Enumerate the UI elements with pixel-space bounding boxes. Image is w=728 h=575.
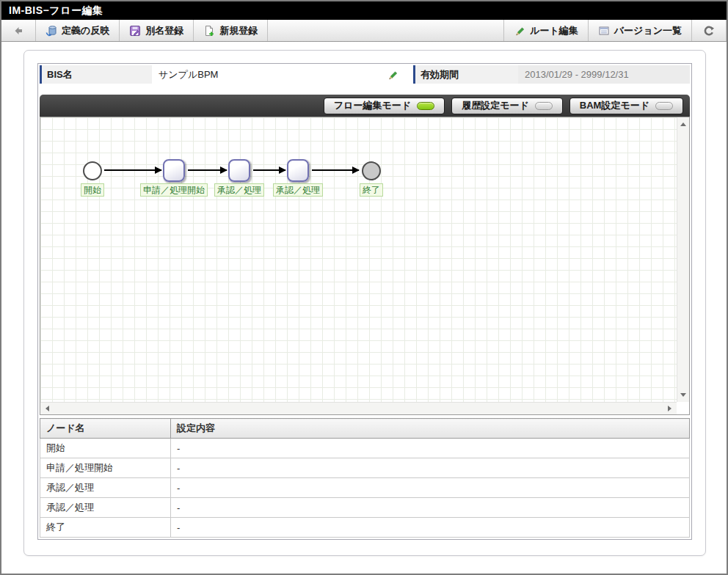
form-gap — [406, 65, 413, 84]
flow-node-task[interactable] — [287, 159, 309, 182]
column-header-node-name: ノード名 — [40, 419, 171, 439]
node-settings-table: ノード名 設定内容 開始 - 申請／処理開始 - 承認／処理 - — [40, 418, 690, 538]
back-arrow-icon — [12, 25, 24, 37]
bam-setting-mode-button[interactable]: BAM設定モード — [569, 98, 683, 114]
table-row[interactable]: 承認／処理 - — [40, 498, 690, 518]
title-bar: IM-BIS−フロー編集 — [1, 1, 727, 20]
scrollbar-corner — [677, 402, 689, 414]
flow-node-start[interactable] — [83, 161, 102, 180]
led-indicator-on-icon — [417, 102, 434, 110]
page-title: IM-BIS−フロー編集 — [9, 4, 103, 16]
apply-definition-button[interactable]: 定義の反映 — [36, 20, 120, 41]
main-panel: BIS名 サンプルBPM 有効期間 2013/01/29 - 2999/12/3… — [23, 50, 706, 556]
vertical-scrollbar[interactable] — [677, 117, 689, 402]
table-row[interactable]: 開始 - — [40, 439, 690, 458]
settings-cell: - — [171, 478, 690, 498]
app-window: IM-BIS−フロー編集 定義の反映 — [0, 0, 728, 575]
table-row[interactable]: 申請／処理開始 - — [40, 458, 690, 478]
flow-node-task[interactable] — [228, 159, 250, 182]
pencil-icon — [514, 25, 525, 37]
led-indicator-off-icon — [655, 102, 673, 110]
definition-header-row: BIS名 サンプルBPM 有効期間 2013/01/29 - 2999/12/3… — [40, 65, 690, 84]
settings-cell: - — [171, 498, 690, 518]
content-frame: BIS名 サンプルBPM 有効期間 2013/01/29 - 2999/12/3… — [37, 63, 692, 540]
flow-arrow — [312, 169, 359, 171]
toolbar: 定義の反映 別名登録 新規登録 — [1, 20, 727, 42]
flow-arrow — [253, 169, 285, 171]
flow-node-end[interactable] — [362, 161, 381, 180]
refresh-icon — [703, 25, 715, 37]
database-sync-icon — [46, 25, 57, 37]
toolbar-button-label: ルート編集 — [530, 24, 578, 37]
flow-canvas[interactable]: 開始 申請／処理開始 承認／処理 承認／処理 終了 — [40, 117, 677, 402]
flow-canvas-container: 開始 申請／処理開始 承認／処理 承認／処理 終了 — [40, 117, 690, 415]
list-icon — [598, 25, 610, 37]
flow-arrow — [104, 169, 161, 171]
flow-node-label: 承認／処理 — [214, 183, 264, 197]
document-add-icon — [203, 25, 215, 37]
node-name-cell: 承認／処理 — [40, 498, 171, 518]
horizontal-scrollbar[interactable] — [40, 402, 677, 414]
alias-register-button[interactable]: 別名登録 — [120, 20, 194, 41]
node-name-cell: 開始 — [40, 439, 171, 458]
toolbar-button-label: 新規登録 — [219, 24, 258, 37]
node-name-cell: 申請／処理開始 — [40, 458, 171, 478]
flow-arrow — [188, 169, 227, 171]
toolbar-button-label: バージョン一覧 — [614, 24, 682, 37]
toolbar-button-label: 定義の反映 — [62, 24, 109, 37]
toolbar-spacer — [268, 20, 503, 41]
table-row[interactable]: 承認／処理 - — [40, 478, 690, 498]
flow-edit-mode-button[interactable]: フロー編集モード — [324, 98, 445, 114]
toolbar-button-label: 別名登録 — [145, 24, 183, 37]
settings-cell: - — [171, 518, 690, 538]
mode-button-label: フロー編集モード — [334, 99, 411, 112]
led-indicator-off-icon — [535, 102, 553, 110]
valid-period-value: 2013/01/29 - 2999/12/31 — [518, 65, 690, 84]
table-header-row: ノード名 設定内容 — [40, 419, 690, 439]
scroll-up-icon[interactable] — [680, 122, 686, 126]
new-register-button[interactable]: 新規登録 — [194, 20, 268, 41]
settings-cell: - — [171, 439, 690, 458]
scroll-left-icon[interactable] — [46, 406, 49, 411]
back-button[interactable] — [1, 20, 36, 41]
version-list-button[interactable]: バージョン一覧 — [589, 20, 692, 41]
edit-bis-name-button[interactable] — [379, 65, 406, 84]
bis-name-value: サンプルBPM — [152, 65, 379, 84]
table-row[interactable]: 終了 - — [40, 518, 690, 538]
history-setting-mode-button[interactable]: 履歴設定モード — [451, 98, 563, 114]
bis-name-label: BIS名 — [40, 65, 152, 84]
scroll-down-icon[interactable] — [680, 393, 686, 397]
flow-node-label: 承認／処理 — [273, 183, 323, 197]
pencil-icon — [387, 69, 398, 81]
column-header-settings: 設定内容 — [171, 419, 690, 439]
refresh-button[interactable] — [692, 20, 727, 41]
mode-button-label: BAM設定モード — [580, 99, 649, 112]
mode-bar: フロー編集モード 履歴設定モード BAM設定モード — [40, 95, 690, 117]
valid-period-label: 有効期間 — [413, 65, 518, 84]
flow-node-label: 終了 — [360, 183, 383, 197]
flow-node-label: 開始 — [81, 183, 104, 197]
floppy-save-icon — [129, 25, 141, 37]
route-edit-button[interactable]: ルート編集 — [503, 20, 589, 41]
settings-cell: - — [171, 458, 690, 478]
mode-button-label: 履歴設定モード — [462, 99, 529, 112]
scroll-right-icon[interactable] — [668, 406, 671, 411]
flow-node-task[interactable] — [163, 159, 185, 182]
node-name-cell: 承認／処理 — [40, 478, 171, 498]
node-name-cell: 終了 — [40, 518, 171, 538]
flow-node-label: 申請／処理開始 — [140, 183, 208, 197]
